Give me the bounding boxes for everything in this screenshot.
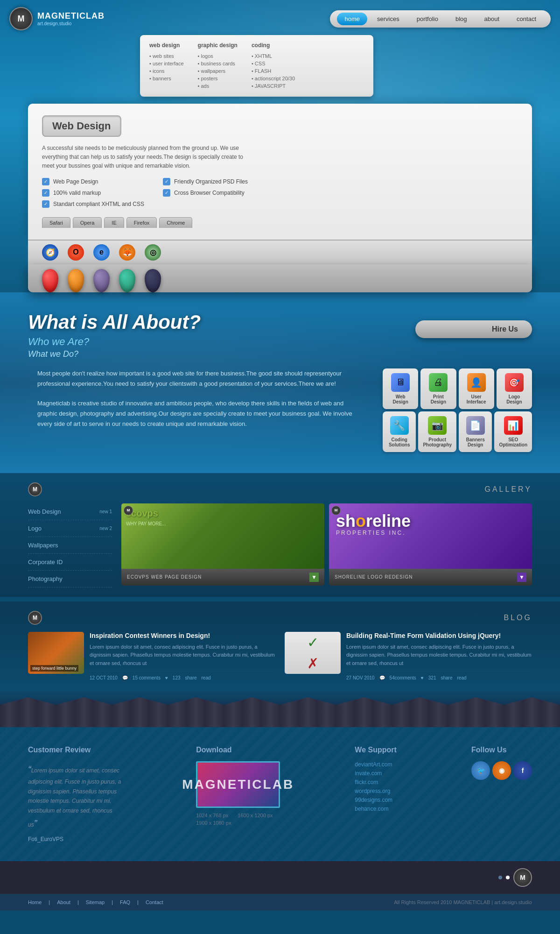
gallery-nav-webdesign[interactable]: Web Design new 1 (28, 503, 112, 520)
gallery-nav-label: Web Design (28, 508, 61, 515)
service-card-photography[interactable]: 📷 Product Photography (418, 411, 456, 452)
twitter-icon[interactable]: 🐦 (471, 761, 490, 780)
firefox-icon: 🦊 (119, 244, 135, 261)
coding-icon: 🔧 (390, 416, 409, 435)
service-card-webdesign[interactable]: 🖥 Web Design (383, 368, 418, 409)
dropdown-item[interactable]: XHTML (252, 52, 295, 60)
dropdown-item[interactable]: business cards (198, 60, 238, 67)
download-size-3[interactable]: 1900 x 1080 px (196, 820, 231, 826)
page-dot-2[interactable] (506, 876, 510, 879)
blog-content-1: Inspiration Contest Winners in Design! L… (90, 632, 275, 681)
nav-home[interactable]: home (337, 13, 367, 25)
footer-nav-faq[interactable]: FAQ (120, 899, 130, 905)
dropdown-item[interactable]: icons (149, 67, 184, 75)
check-icon: ✓ (42, 200, 49, 208)
ecovps-content: ecovps WHY PAY MORE... (121, 503, 324, 531)
gallery-layout: Web Design new 1 Logo new 2 Wallpapers C… (28, 503, 532, 587)
gallery-caption-shoreline: SHORELINE LOGO REDESIGN ▼ (329, 569, 532, 586)
blog-content-2: Building Real-Time Form Validation Using… (346, 632, 532, 681)
dropdown-item[interactable]: ads (198, 82, 238, 90)
download-size-1[interactable]: 1024 x 768 px (196, 813, 228, 818)
dropdown-item[interactable]: actionscript 20/30 (252, 75, 295, 82)
blog-thumb-1: step forward little bunny (28, 632, 84, 674)
download-sizes: 1024 x 768 px 1600 x 1200 px (196, 813, 280, 818)
footer-download: Download MAGNETICLAB 1024 x 768 px 1600 … (196, 746, 280, 842)
nav-about[interactable]: about (477, 13, 507, 25)
blog-share-2[interactable]: share (441, 675, 452, 680)
footer-nav-sitemap[interactable]: Sitemap (86, 899, 105, 905)
blog-share-1[interactable]: share (185, 675, 197, 680)
blog-post-title-2[interactable]: Building Real-Time Form Validation Using… (346, 632, 532, 639)
dropdown-item[interactable]: web sites (149, 52, 184, 60)
customer-review-title: Customer Review (28, 746, 121, 754)
footer-follow: Follow Us 🐦 ◉ f (471, 746, 532, 842)
support-link-behance[interactable]: behance.com (355, 806, 396, 812)
blog-post-title-1[interactable]: Inspiration Contest Winners in Design! (90, 632, 275, 639)
service-card-printdesign[interactable]: 🖨 Print Design (420, 368, 456, 409)
check-icon: ✓ (163, 189, 170, 197)
wave-section (0, 690, 560, 727)
footer-nav-contact[interactable]: Contact (146, 899, 163, 905)
dropdown-item[interactable]: FLASH (252, 67, 295, 75)
browser-tab-ie[interactable]: IE (104, 217, 124, 228)
nav-blog[interactable]: blog (448, 13, 475, 25)
hire-button[interactable]: Hire Us (415, 320, 532, 338)
pagination-area: M (0, 861, 560, 894)
gallery-m-icon: M (124, 506, 133, 515)
support-link-wordpress[interactable]: wordpress.org (355, 788, 396, 794)
service-label: Coding Solutions (387, 437, 411, 447)
page-dot-1[interactable] (498, 876, 502, 879)
blog-read-1[interactable]: read (202, 675, 211, 680)
features-left: ✓ Web Page Design ✓ 100% valid markup ✓ … (42, 178, 144, 208)
dropdown-item[interactable]: JAVASCRIPT (252, 82, 295, 90)
ecovps-logo: ecovps (126, 508, 320, 519)
gallery-nav-corporate[interactable]: Corporate ID (28, 554, 112, 571)
browser-tab-chrome[interactable]: Chrome (159, 217, 192, 228)
gallery-arrow-icon[interactable]: ▼ (309, 573, 319, 582)
dropdown-item[interactable]: CSS (252, 60, 295, 67)
blog-excerpt-2: Lorem ipsum dolor sit amet, consec adipi… (346, 643, 532, 668)
feature-label: Web Page Design (53, 178, 98, 185)
support-link-deviant[interactable]: deviantArt.com (355, 761, 396, 768)
gallery-nav-logo[interactable]: Logo new 2 (28, 520, 112, 537)
download-thumbnail[interactable]: MAGNETICLAB (196, 761, 280, 808)
gallery-m-icon: M (331, 506, 341, 515)
nav-services[interactable]: services (370, 13, 407, 25)
support-link-99designs[interactable]: 99designs.com (355, 797, 396, 803)
download-size-2[interactable]: 1600 x 1200 px (238, 813, 273, 818)
banners-icon: 📄 (466, 416, 485, 435)
blog-likes-1: 123 (173, 675, 181, 680)
facebook-icon[interactable]: f (513, 761, 532, 780)
service-card-logodesign[interactable]: 🎯 Logo Design (497, 368, 532, 409)
dropdown-item[interactable]: wallpapers (198, 67, 238, 75)
service-card-seo[interactable]: 📊 SEO Optimization (494, 411, 532, 452)
service-card-banners[interactable]: 📄 Banners Design (459, 411, 492, 452)
dropdown-col-graphic: graphic design logos business cards wall… (198, 42, 238, 90)
browser-tab-firefox[interactable]: Firefox (126, 217, 157, 228)
dropdown-item[interactable]: banners (149, 75, 184, 82)
check-icon: ✓ (42, 189, 49, 197)
footer-nav-home[interactable]: Home (28, 899, 42, 905)
dropdown-item[interactable]: user interface (149, 60, 184, 67)
dropdown-item[interactable]: logos (198, 52, 238, 60)
support-link-flickr[interactable]: flickr.com (355, 779, 396, 785)
gallery-arrow-icon[interactable]: ▼ (517, 573, 526, 582)
service-label: Web Design (387, 394, 413, 404)
dropdown-item[interactable]: posters (198, 75, 238, 82)
footer-nav-about[interactable]: About (57, 899, 70, 905)
gallery-item-ecovps[interactable]: M ecovps WHY PAY MORE... ECOVPS WEB PAGE… (121, 503, 324, 587)
service-card-coding[interactable]: 🔧 Coding Solutions (383, 411, 416, 452)
service-card-userinterface[interactable]: 👤 User Interface (459, 368, 494, 409)
nav-contact[interactable]: contact (509, 13, 544, 25)
blog-read-2[interactable]: read (457, 675, 467, 680)
browser-tab-opera[interactable]: Opera (73, 217, 102, 228)
support-link-invate[interactable]: invate.com (355, 770, 396, 777)
feature-item: ✓ Standart compliant XHTML and CSS (42, 200, 144, 208)
user-interface-icon: 👤 (467, 373, 486, 392)
rss-icon[interactable]: ◉ (492, 761, 511, 780)
gallery-nav-wallpapers[interactable]: Wallpapers (28, 537, 112, 554)
gallery-item-shoreline[interactable]: M shoreline PROPERTIES INC. SHORELINE LO… (329, 503, 532, 587)
nav-portfolio[interactable]: portfolio (409, 13, 446, 25)
gallery-nav-photography[interactable]: Photography (28, 571, 112, 587)
browser-tab-safari[interactable]: Safari (42, 217, 70, 228)
